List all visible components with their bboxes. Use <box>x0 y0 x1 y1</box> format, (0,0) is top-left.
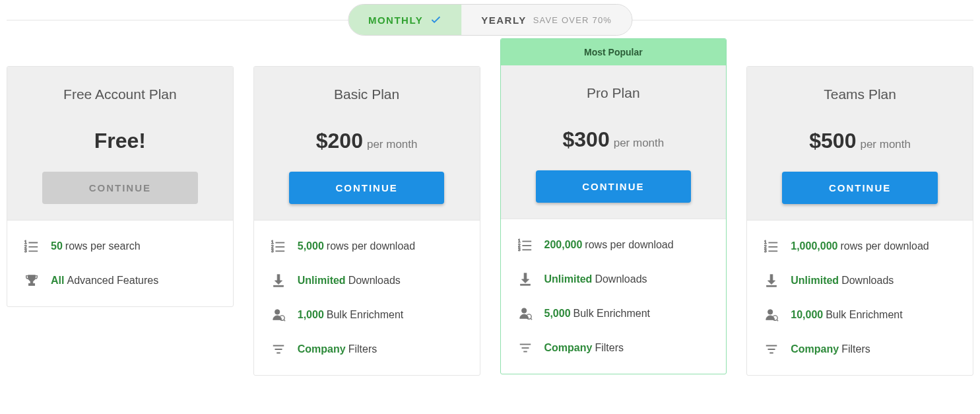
feature-rest: rows per search <box>65 240 141 252</box>
yearly-label: YEARLY <box>481 15 526 26</box>
feature-row: 10,000Bulk Enrichment <box>764 308 956 322</box>
price: $500 <box>809 129 856 153</box>
feature-highlight: 5,000 <box>544 308 571 319</box>
feature-highlight: Unlimited <box>544 273 593 285</box>
filter-icon <box>764 342 779 357</box>
plan-card: Basic Plan$200per monthCONTINUE5,000rows… <box>253 66 480 376</box>
feature-highlight: Unlimited <box>791 275 839 286</box>
feature-rest: Bulk Enrichment <box>826 309 903 320</box>
list-icon <box>271 239 286 254</box>
continue-button[interactable]: CONTINUE <box>782 172 937 204</box>
plan-name: Free Account Plan <box>20 86 220 102</box>
list-icon <box>518 238 533 252</box>
feature-rest: Filters <box>348 343 377 355</box>
billing-toggle: MONTHLY YEARLY SAVE OVER 70% <box>348 4 632 36</box>
plan-name: Teams Plan <box>760 86 960 102</box>
feature-highlight: Company <box>544 342 593 353</box>
feature-highlight: 1,000,000 <box>791 240 837 252</box>
list-icon <box>24 239 39 254</box>
feature-rest: Downloads <box>841 275 894 286</box>
plan-card: Most PopularPro Plan$300per monthCONTINU… <box>500 38 727 374</box>
person-icon <box>764 308 779 322</box>
billing-toggle-wrap: MONTHLY YEARLY SAVE OVER 70% <box>0 0 980 40</box>
plan-card: Free Account PlanFree!CONTINUE50rows per… <box>7 66 234 307</box>
feature-row: 1,000,000rows per download <box>764 239 956 254</box>
filter-icon <box>518 341 533 355</box>
feature-row: 50rows per search <box>24 239 216 254</box>
price: $200 <box>316 129 363 153</box>
feature-highlight: Company <box>298 343 346 355</box>
feature-highlight: All <box>51 275 64 286</box>
feature-rest: rows per download <box>327 240 415 252</box>
filter-icon <box>271 342 286 357</box>
feature-text: 1,000,000rows per download <box>791 240 929 252</box>
feature-highlight: 10,000 <box>791 309 823 320</box>
feature-text: 50rows per search <box>51 240 141 252</box>
features-list: 5,000rows per downloadUnlimitedDownloads… <box>254 221 480 375</box>
feature-highlight: 50 <box>51 240 63 252</box>
check-icon <box>430 14 441 26</box>
feature-rest: Bulk Enrichment <box>573 308 651 319</box>
plan-head: Pro Plan$300per monthCONTINUE <box>501 65 727 219</box>
feature-row: CompanyFilters <box>518 341 709 355</box>
feature-highlight: 1,000 <box>298 309 324 320</box>
price-period: per month <box>367 138 418 151</box>
plan-head: Teams Plan$500per monthCONTINUE <box>747 67 973 221</box>
monthly-label: MONTHLY <box>368 15 423 26</box>
feature-text: UnlimitedDownloads <box>544 273 647 285</box>
feature-row: 5,000Bulk Enrichment <box>518 306 709 321</box>
plan-head: Basic Plan$200per monthCONTINUE <box>254 67 480 221</box>
plan-name: Pro Plan <box>514 85 713 101</box>
continue-button[interactable]: CONTINUE <box>289 172 444 204</box>
feature-rest: Advanced Features <box>67 275 158 286</box>
price: Free! <box>94 129 146 153</box>
feature-text: 10,000Bulk Enrichment <box>791 309 902 321</box>
feature-highlight: 5,000 <box>298 240 324 252</box>
price: $300 <box>563 127 610 151</box>
feature-rest: Bulk Enrichment <box>327 309 404 320</box>
continue-button[interactable]: CONTINUE <box>536 170 691 203</box>
yearly-toggle[interactable]: YEARLY SAVE OVER 70% <box>461 5 632 35</box>
continue-button[interactable]: CONTINUE <box>42 172 197 204</box>
feature-row: UnlimitedDownloads <box>518 272 709 287</box>
monthly-toggle[interactable]: MONTHLY <box>348 5 461 35</box>
feature-row: UnlimitedDownloads <box>764 273 956 288</box>
person-icon <box>518 306 533 321</box>
feature-text: UnlimitedDownloads <box>791 275 894 287</box>
features-list: 200,000rows per downloadUnlimitedDownloa… <box>501 219 727 374</box>
feature-text: UnlimitedDownloads <box>298 275 401 287</box>
price-period: per month <box>614 137 665 149</box>
price-period: per month <box>860 138 911 151</box>
yearly-sublabel: SAVE OVER 70% <box>533 15 612 25</box>
feature-rest: Filters <box>841 343 870 355</box>
feature-text: 1,000Bulk Enrichment <box>298 309 404 321</box>
price-line: $200per month <box>267 129 467 153</box>
plan-head: Free Account PlanFree!CONTINUE <box>7 67 233 221</box>
popular-badge: Most Popular <box>501 39 727 65</box>
price-line: $300per month <box>514 127 713 152</box>
plan-card: Teams Plan$500per monthCONTINUE1,000,000… <box>746 66 973 376</box>
feature-row: CompanyFilters <box>764 342 956 357</box>
trophy-icon <box>24 273 39 288</box>
download-icon <box>518 272 533 287</box>
plan-name: Basic Plan <box>267 86 467 102</box>
feature-rest: Downloads <box>595 273 647 285</box>
feature-highlight: Unlimited <box>298 275 346 286</box>
feature-text: CompanyFilters <box>791 343 870 355</box>
feature-row: 1,000Bulk Enrichment <box>271 308 463 322</box>
person-icon <box>271 308 286 322</box>
feature-row: 5,000rows per download <box>271 239 463 254</box>
feature-row: 200,000rows per download <box>518 238 709 252</box>
feature-text: 200,000rows per download <box>544 239 674 251</box>
plans-grid: Free Account PlanFree!CONTINUE50rows per… <box>0 66 980 389</box>
feature-text: CompanyFilters <box>298 343 377 355</box>
list-icon <box>764 239 779 254</box>
feature-text: 5,000Bulk Enrichment <box>544 308 651 320</box>
feature-rest: rows per download <box>840 240 929 252</box>
feature-rest: rows per download <box>585 239 673 250</box>
feature-text: CompanyFilters <box>544 342 624 354</box>
feature-row: CompanyFilters <box>271 342 463 357</box>
feature-rest: Filters <box>595 342 624 353</box>
features-list: 1,000,000rows per downloadUnlimitedDownl… <box>747 221 973 375</box>
download-icon <box>764 273 779 288</box>
